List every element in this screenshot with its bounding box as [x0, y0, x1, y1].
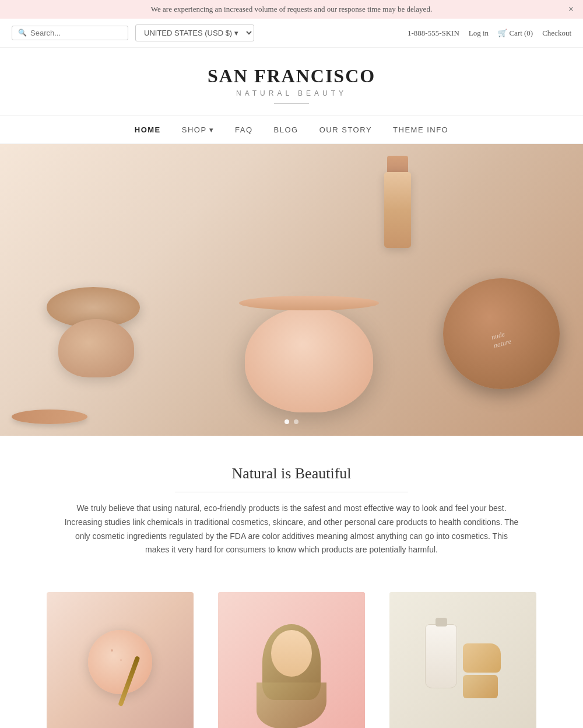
product-card-image-organic: [389, 592, 536, 728]
jar-brand-text: nudenature: [490, 328, 512, 350]
checkout-link[interactable]: Checkout: [542, 29, 571, 38]
announcement-text: We are experiencing an increased volume …: [151, 5, 432, 13]
nav-item-home[interactable]: HOME: [135, 125, 161, 134]
search-input[interactable]: [30, 29, 122, 37]
search-container[interactable]: 🔍: [12, 26, 128, 40]
product-cards: Makeup Essentials Everything you need fo…: [0, 569, 583, 728]
announcement-bar: We are experiencing an increased volume …: [0, 0, 583, 19]
login-link[interactable]: Log in: [469, 29, 489, 38]
top-bar-left: 🔍 UNITED STATES (USD $) ▾: [12, 24, 254, 41]
section-heading: Natural is Beautiful We truly believe th…: [0, 436, 583, 569]
currency-selector[interactable]: UNITED STATES (USD $) ▾: [135, 24, 254, 41]
cart-icon: 🛒: [498, 29, 507, 37]
section-description: We truly believe that using natural, eco…: [52, 502, 531, 557]
hero-jar-rim: [239, 296, 379, 310]
cart-label: Cart (0): [509, 29, 533, 37]
nav-item-shop[interactable]: SHOP ▾: [182, 125, 214, 134]
slider-dots: [285, 419, 298, 424]
logo-title[interactable]: SAN FRANCISCO: [12, 65, 571, 87]
search-icon: 🔍: [18, 29, 27, 37]
nav-item-faq[interactable]: FAQ: [235, 125, 253, 134]
section-divider: [175, 492, 408, 492]
slider-dot-1[interactable]: [285, 419, 289, 424]
hero-lid-open: [12, 410, 87, 424]
hero-bottle-cap: [387, 156, 408, 173]
makeup-illustration: [47, 592, 194, 728]
product-card-image-hair: [218, 592, 365, 728]
hero-image: nudenature: [0, 144, 583, 436]
hero-jar-small: [58, 319, 134, 377]
top-bar: 🔍 UNITED STATES (USD $) ▾ 1-888-555-SKIN…: [0, 19, 583, 48]
section-title: Natural is Beautiful: [12, 465, 571, 482]
phone-number: 1-888-555-SKIN: [408, 29, 459, 38]
product-card-hair: Gorgeous Tresses Beautiful, healthy hair…: [218, 592, 365, 728]
chevron-down-icon: ▾: [209, 125, 215, 134]
cart-link[interactable]: 🛒 Cart (0): [498, 29, 533, 38]
nav-item-our-story[interactable]: OUR STORY: [319, 125, 372, 134]
nav-item-blog[interactable]: BLOG: [274, 125, 298, 134]
announcement-close-button[interactable]: ×: [568, 4, 574, 15]
organic-illustration: [389, 592, 536, 728]
logo-divider: [274, 103, 309, 104]
logo-area: SAN FRANCISCO NATURAL BEAUTY: [0, 48, 583, 116]
product-card-organic: Everyday Organic Healthy ingredients, in…: [389, 592, 536, 728]
nav-item-theme-info[interactable]: THEME INFO: [393, 125, 448, 134]
logo-subtitle: NATURAL BEAUTY: [12, 89, 571, 97]
top-bar-right: 1-888-555-SKIN Log in 🛒 Cart (0) Checkou…: [408, 29, 571, 38]
main-nav: HOME SHOP ▾ FAQ BLOG OUR STORY THEME INF…: [0, 116, 583, 144]
hero-jar-main: [245, 307, 373, 412]
product-card-image-makeup: [47, 592, 194, 728]
slider-dot-2[interactable]: [294, 419, 298, 424]
product-card-makeup: Makeup Essentials Everything you need fo…: [47, 592, 194, 728]
hero-bottle: [384, 172, 411, 248]
hair-illustration: [218, 592, 365, 728]
hero-jar-round: nudenature: [443, 278, 560, 389]
hero-slider: nudenature: [0, 144, 583, 436]
